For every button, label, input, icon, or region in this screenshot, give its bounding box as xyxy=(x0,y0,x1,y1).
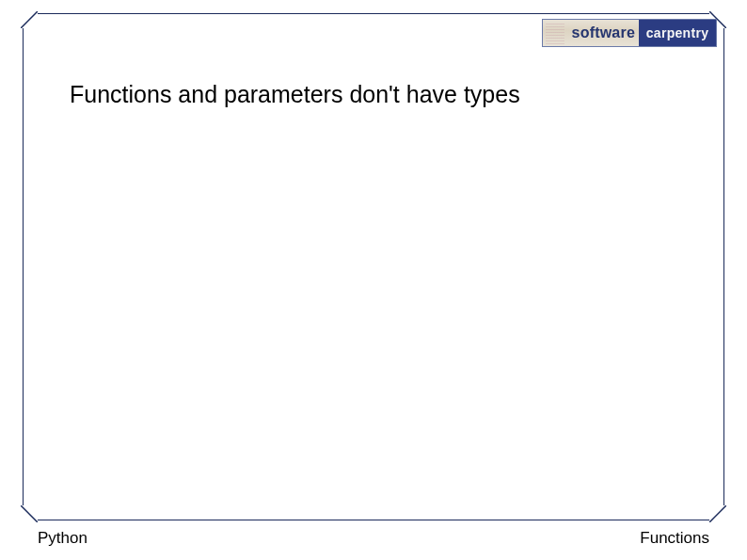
logo-right-panel: carpentry xyxy=(639,20,716,46)
footer-left: Python xyxy=(38,529,87,548)
logo-text-carpentry: carpentry xyxy=(646,25,709,40)
logo: software carpentry xyxy=(542,19,717,47)
logo-text-software: software xyxy=(572,24,635,41)
corner-cut-br xyxy=(709,505,726,522)
footer-right: Functions xyxy=(640,529,709,548)
corner-cut-tl xyxy=(21,11,38,28)
logo-left-panel: software xyxy=(543,20,639,46)
corner-cut-bl xyxy=(21,505,38,522)
slide-heading: Functions and parameters don't have type… xyxy=(70,81,520,108)
